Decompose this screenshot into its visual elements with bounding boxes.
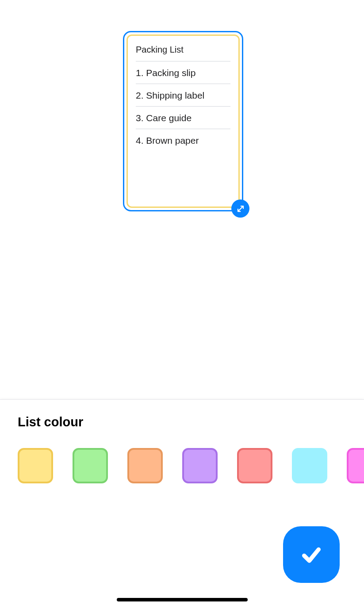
color-swatch-purple[interactable] (182, 448, 218, 483)
color-swatch-orange[interactable] (127, 448, 163, 483)
home-indicator[interactable] (117, 598, 248, 601)
color-swatch-pink[interactable] (347, 448, 364, 483)
color-swatch-yellow[interactable] (18, 448, 53, 483)
note-inner: Packing List 1. Packing slip 2. Shipping… (126, 34, 240, 208)
resize-icon (237, 205, 245, 213)
check-icon (299, 542, 324, 567)
canvas-area[interactable]: Packing List 1. Packing slip 2. Shipping… (0, 0, 364, 399)
note-title[interactable]: Packing List (136, 45, 230, 61)
list-item[interactable]: 2. Shipping label (136, 84, 230, 107)
color-picker-sheet: List colour (0, 399, 364, 605)
list-item[interactable]: 3. Care guide (136, 107, 230, 129)
color-swatch-red[interactable] (237, 448, 272, 483)
note-card[interactable]: Packing List 1. Packing slip 2. Shipping… (123, 31, 243, 211)
resize-handle[interactable] (231, 199, 249, 218)
sheet-title: List colour (0, 400, 364, 438)
confirm-button[interactable] (283, 526, 340, 583)
color-swatch-cyan[interactable] (292, 448, 327, 483)
color-swatch-green[interactable] (73, 448, 108, 483)
list-item[interactable]: 4. Brown paper (136, 129, 230, 151)
list-item[interactable]: 1. Packing slip (136, 61, 230, 84)
color-swatches[interactable] (0, 438, 364, 493)
